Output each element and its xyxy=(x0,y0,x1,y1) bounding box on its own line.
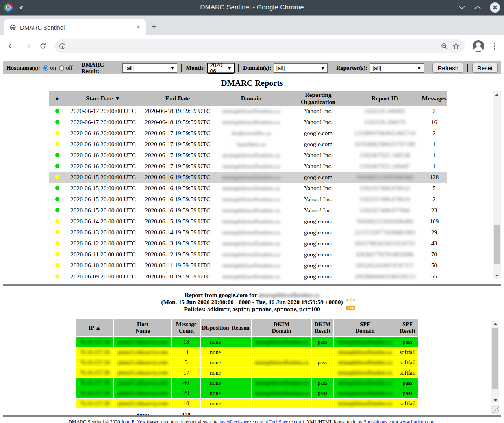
cell-end-date: 2020-06-11 19:59:59 UTC xyxy=(141,260,214,271)
minimize-icon[interactable] xyxy=(458,6,465,9)
blurred-report-id: 1562526.346995 xyxy=(364,108,406,114)
reports-col-header[interactable]: Start Date ▼ xyxy=(65,91,141,106)
cell-host: pmta11.inksavvy.com xyxy=(114,347,171,357)
detail-scrollbar[interactable] xyxy=(491,321,499,403)
close-window-icon[interactable] xyxy=(490,2,500,13)
blurred-value: pmta31.inksavvy.com xyxy=(118,390,168,396)
cell-messages: 5 xyxy=(421,183,447,194)
forward-icon[interactable] xyxy=(20,39,34,53)
report-row[interactable]: 2020-06-15 20:00:00 UTC2020-06-16 19:59:… xyxy=(49,205,447,216)
blurred-domain: miataphilosoflondon.ca xyxy=(222,251,280,258)
scroll-down-icon[interactable] xyxy=(493,273,501,279)
blurred-domain: miataphilosoflondon.ca xyxy=(222,273,280,280)
scrollbar-thumb[interactable] xyxy=(492,328,498,389)
cell-reporting-org: google.com xyxy=(288,216,348,227)
dmarc-result-select[interactable]: [all] ▼ xyxy=(122,63,177,73)
report-row[interactable]: 2020-06-16 20:00:00 UTC2020-06-17 19:59:… xyxy=(49,150,447,161)
footer-link[interactable]: dave@techsneeze.com xyxy=(219,419,263,423)
reports-col-header[interactable]: Messages xyxy=(421,91,447,106)
blurred-value: 76.10.157.34 xyxy=(80,359,109,365)
browser-menu-icon[interactable] xyxy=(490,43,499,50)
hostname-on-radio[interactable] xyxy=(43,65,48,71)
cell-ip: 76.10.157.34 xyxy=(76,337,113,347)
cell-end-date: 2020-06-12 19:59:59 UTC xyxy=(141,249,214,260)
cell-host: pmta21.inksavvy.com xyxy=(114,378,171,388)
cell-dkim-domain: miataphilosoflondon.ca xyxy=(252,388,311,398)
blurred-domain: hazelden.ca xyxy=(237,141,266,147)
green-status-dot-icon xyxy=(55,197,59,201)
profile-avatar[interactable] xyxy=(472,40,484,52)
reporters-select[interactable]: [all] ▼ xyxy=(370,63,424,73)
report-row[interactable]: 2020-06-16 20:00:00 UTC2020-06-17 19:59:… xyxy=(49,139,447,150)
report-row[interactable]: 2020-06-15 20:00:00 UTC2020-06-16 19:59:… xyxy=(49,194,447,205)
tab-dmarc-sentinel[interactable]: DMARC Sentinel × xyxy=(4,19,146,35)
scrollbar-thumb[interactable] xyxy=(494,225,500,264)
scroll-down-icon[interactable] xyxy=(491,397,499,403)
blurred-domain: lisabrownlife.ca xyxy=(232,130,271,136)
blurred-value: miataphilosoflondon.ca xyxy=(338,339,392,345)
cell-start-date: 2020-06-15 20:00:00 UTC xyxy=(65,205,141,216)
report-row[interactable]: 2020-06-16 20:00:00 UTC2020-06-17 19:59:… xyxy=(49,161,447,172)
cell-disposition: none xyxy=(201,378,230,388)
back-icon[interactable] xyxy=(5,39,18,53)
reports-col-header[interactable]: Domain xyxy=(214,91,288,106)
detail-col-header[interactable]: IP ▲ xyxy=(76,319,113,336)
chrome-logo-icon xyxy=(4,3,13,12)
footer-link[interactable]: Smashicons xyxy=(364,419,387,423)
reports-col-header[interactable]: End Date xyxy=(141,91,214,106)
detail-row: 76.10.157.36pmta21.inksavvy.com40nonemia… xyxy=(76,378,418,388)
zoom-out-icon[interactable] xyxy=(441,43,448,50)
report-row[interactable]: 2020-06-11 20:00:00 UTC2020-06-12 19:59:… xyxy=(49,249,447,260)
report-row[interactable]: 2020-06-17 20:00:00 UTC2020-06-18 19:59:… xyxy=(49,117,447,128)
footer-link[interactable]: www.flaticon.com xyxy=(399,419,435,423)
report-row[interactable]: 2020-06-13 20:00:00 UTC2020-06-14 19:59:… xyxy=(49,227,447,238)
reports-col-header[interactable]: Report ID xyxy=(348,91,421,106)
report-row[interactable]: 2020-06-17 20:00:00 UTC2020-06-18 19:59:… xyxy=(49,106,447,117)
cell-report-id: 13338697684921465714 xyxy=(348,128,421,139)
cell-end-date: 2020-06-16 19:59:59 UTC xyxy=(141,172,214,183)
blurred-domain: miataphilosoflondon.ca xyxy=(222,119,280,125)
maximize-icon[interactable] xyxy=(474,6,481,9)
reset-button[interactable]: Reset xyxy=(472,63,498,73)
reports-col-header: ● xyxy=(49,91,65,106)
detail-date-range: (Mon, 15 Jun 2020 20:00:00 +0000 - Tue, … xyxy=(0,299,504,306)
hostname-on-label: on xyxy=(50,65,56,71)
cell-messages: 1 xyxy=(421,139,447,150)
separator xyxy=(428,64,429,72)
hostname-label: Hostname(s): xyxy=(6,65,40,71)
reload-icon[interactable] xyxy=(36,39,50,53)
resize-grip[interactable] xyxy=(491,405,499,414)
cell-spf-domain: miataphilosoflondon.ca xyxy=(334,358,397,367)
cell-messages: 23 xyxy=(421,205,447,216)
report-row[interactable]: 2020-06-15 20:00:00 UTC2020-06-16 19:59:… xyxy=(49,172,447,183)
reports-scrollbar[interactable] xyxy=(493,91,501,279)
yellow-status-dot-icon xyxy=(55,252,59,256)
footer-link[interactable]: TechSneeze.com xyxy=(269,419,302,423)
page-info-icon[interactable] xyxy=(59,43,66,50)
footer-link[interactable]: John P. New xyxy=(121,419,146,423)
scroll-up-icon[interactable] xyxy=(493,91,501,98)
report-row[interactable]: 2020-06-15 20:00:00 UTC2020-06-16 19:59:… xyxy=(49,183,447,194)
cell-reporting-org: Yahoo! Inc. xyxy=(288,106,348,117)
hostname-off-radio[interactable] xyxy=(59,65,64,71)
report-row[interactable]: 2020-06-16 20:00:00 UTC2020-06-17 19:59:… xyxy=(49,128,447,139)
cell-status xyxy=(49,216,65,227)
refresh-button[interactable]: Refresh xyxy=(432,63,463,73)
cell-dkim-result: pass xyxy=(312,378,333,388)
report-row[interactable]: 2020-06-10 20:00:00 UTC2020-06-11 19:59:… xyxy=(49,260,447,271)
month-select[interactable]: 2020-06 ▼ xyxy=(208,63,235,73)
domains-select[interactable]: [all] ▼ xyxy=(274,63,328,73)
new-tab-button[interactable]: + xyxy=(151,21,157,32)
report-row[interactable]: 2020-06-12 20:00:00 UTC2020-06-13 19:59:… xyxy=(49,238,447,249)
report-row[interactable]: 2020-06-09 20:00:00 UTC2020-06-10 19:59:… xyxy=(49,271,447,282)
bookmark-star-icon[interactable] xyxy=(452,42,460,50)
cell-reason xyxy=(230,388,251,398)
report-row[interactable]: 2020-06-14 20:00:00 UTC2020-06-15 19:59:… xyxy=(49,216,447,227)
scroll-up-icon[interactable] xyxy=(491,321,499,327)
tab-close-icon[interactable]: × xyxy=(137,24,140,31)
reports-col-header[interactable]: Reporting Organization xyxy=(288,91,348,106)
cell-reporting-org: google.com xyxy=(288,227,348,238)
cell-end-date: 2020-06-16 19:59:59 UTC xyxy=(141,183,214,194)
address-bar[interactable] xyxy=(54,39,465,53)
xml-file-icon[interactable]: </> XML xyxy=(346,298,356,311)
